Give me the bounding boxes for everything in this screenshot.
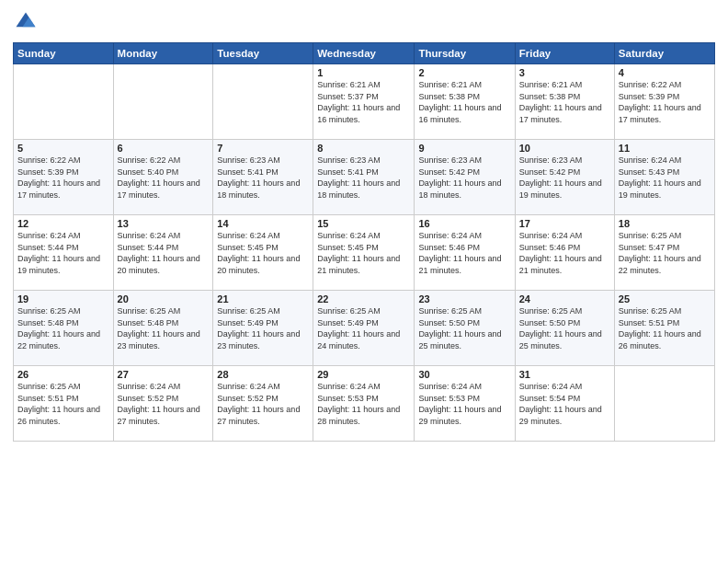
week-row-3: 12Sunrise: 6:24 AM Sunset: 5:44 PM Dayli… bbox=[14, 215, 715, 291]
day-number: 11 bbox=[619, 143, 711, 154]
day-cell: 4Sunrise: 6:22 AM Sunset: 5:39 PM Daylig… bbox=[614, 64, 714, 140]
day-number: 14 bbox=[217, 218, 309, 229]
day-cell: 21Sunrise: 6:25 AM Sunset: 5:49 PM Dayli… bbox=[213, 291, 313, 366]
day-info: Sunrise: 6:25 AM Sunset: 5:47 PM Dayligh… bbox=[619, 230, 711, 276]
day-cell: 5Sunrise: 6:22 AM Sunset: 5:39 PM Daylig… bbox=[14, 140, 114, 215]
day-number: 24 bbox=[519, 293, 610, 304]
week-row-2: 5Sunrise: 6:22 AM Sunset: 5:39 PM Daylig… bbox=[14, 140, 715, 215]
day-cell: 3Sunrise: 6:21 AM Sunset: 5:38 PM Daylig… bbox=[515, 64, 614, 140]
weekday-header-monday: Monday bbox=[113, 43, 213, 64]
day-info: Sunrise: 6:24 AM Sunset: 5:44 PM Dayligh… bbox=[118, 230, 210, 276]
weekday-header-sunday: Sunday bbox=[14, 43, 114, 64]
logo-icon bbox=[13, 9, 39, 35]
page: SundayMondayTuesdayWednesdayThursdayFrid… bbox=[0, 0, 728, 563]
day-info: Sunrise: 6:23 AM Sunset: 5:42 PM Dayligh… bbox=[418, 155, 510, 201]
day-number: 6 bbox=[118, 143, 210, 154]
day-info: Sunrise: 6:24 AM Sunset: 5:44 PM Dayligh… bbox=[17, 230, 109, 276]
day-cell: 18Sunrise: 6:25 AM Sunset: 5:47 PM Dayli… bbox=[614, 215, 714, 291]
day-info: Sunrise: 6:25 AM Sunset: 5:51 PM Dayligh… bbox=[17, 381, 109, 427]
day-number: 4 bbox=[619, 67, 711, 78]
day-cell: 24Sunrise: 6:25 AM Sunset: 5:50 PM Dayli… bbox=[515, 291, 614, 366]
day-info: Sunrise: 6:21 AM Sunset: 5:38 PM Dayligh… bbox=[519, 79, 610, 125]
day-info: Sunrise: 6:23 AM Sunset: 5:42 PM Dayligh… bbox=[519, 155, 610, 201]
day-cell: 6Sunrise: 6:22 AM Sunset: 5:40 PM Daylig… bbox=[113, 140, 213, 215]
day-info: Sunrise: 6:24 AM Sunset: 5:52 PM Dayligh… bbox=[118, 381, 210, 427]
day-number: 30 bbox=[418, 369, 510, 380]
header bbox=[13, 9, 715, 35]
day-number: 20 bbox=[118, 293, 210, 304]
day-info: Sunrise: 6:23 AM Sunset: 5:41 PM Dayligh… bbox=[317, 155, 410, 201]
day-number: 8 bbox=[317, 143, 410, 154]
day-info: Sunrise: 6:25 AM Sunset: 5:50 PM Dayligh… bbox=[519, 305, 610, 351]
day-number: 2 bbox=[418, 67, 510, 78]
day-cell: 14Sunrise: 6:24 AM Sunset: 5:45 PM Dayli… bbox=[213, 215, 313, 291]
day-info: Sunrise: 6:24 AM Sunset: 5:53 PM Dayligh… bbox=[317, 381, 410, 427]
day-info: Sunrise: 6:23 AM Sunset: 5:41 PM Dayligh… bbox=[217, 155, 309, 201]
day-number: 9 bbox=[418, 143, 510, 154]
logo bbox=[13, 9, 42, 35]
day-cell: 7Sunrise: 6:23 AM Sunset: 5:41 PM Daylig… bbox=[213, 140, 313, 215]
day-info: Sunrise: 6:21 AM Sunset: 5:37 PM Dayligh… bbox=[317, 79, 410, 125]
day-cell: 22Sunrise: 6:25 AM Sunset: 5:49 PM Dayli… bbox=[313, 291, 415, 366]
day-cell bbox=[14, 64, 114, 140]
day-cell bbox=[614, 366, 714, 442]
day-cell: 20Sunrise: 6:25 AM Sunset: 5:48 PM Dayli… bbox=[113, 291, 213, 366]
day-info: Sunrise: 6:24 AM Sunset: 5:45 PM Dayligh… bbox=[217, 230, 309, 276]
weekday-header-friday: Friday bbox=[515, 43, 614, 64]
day-cell: 25Sunrise: 6:25 AM Sunset: 5:51 PM Dayli… bbox=[614, 291, 714, 366]
day-number: 19 bbox=[17, 293, 109, 304]
day-info: Sunrise: 6:25 AM Sunset: 5:51 PM Dayligh… bbox=[619, 305, 711, 351]
day-cell: 8Sunrise: 6:23 AM Sunset: 5:41 PM Daylig… bbox=[313, 140, 415, 215]
day-info: Sunrise: 6:24 AM Sunset: 5:52 PM Dayligh… bbox=[217, 381, 309, 427]
day-number: 13 bbox=[118, 218, 210, 229]
calendar: SundayMondayTuesdayWednesdayThursdayFrid… bbox=[13, 42, 715, 442]
week-row-1: 1Sunrise: 6:21 AM Sunset: 5:37 PM Daylig… bbox=[14, 64, 715, 140]
day-number: 29 bbox=[317, 369, 410, 380]
day-cell: 19Sunrise: 6:25 AM Sunset: 5:48 PM Dayli… bbox=[14, 291, 114, 366]
day-number: 15 bbox=[317, 218, 410, 229]
day-number: 17 bbox=[519, 218, 610, 229]
day-number: 16 bbox=[418, 218, 510, 229]
day-number: 18 bbox=[619, 218, 711, 229]
day-info: Sunrise: 6:25 AM Sunset: 5:50 PM Dayligh… bbox=[418, 305, 510, 351]
day-cell bbox=[213, 64, 313, 140]
day-info: Sunrise: 6:24 AM Sunset: 5:45 PM Dayligh… bbox=[317, 230, 410, 276]
day-number: 27 bbox=[118, 369, 210, 380]
day-cell: 26Sunrise: 6:25 AM Sunset: 5:51 PM Dayli… bbox=[14, 366, 114, 442]
day-number: 28 bbox=[217, 369, 309, 380]
day-info: Sunrise: 6:24 AM Sunset: 5:46 PM Dayligh… bbox=[418, 230, 510, 276]
day-number: 26 bbox=[17, 369, 109, 380]
day-number: 22 bbox=[317, 293, 410, 304]
day-number: 31 bbox=[519, 369, 610, 380]
day-info: Sunrise: 6:24 AM Sunset: 5:53 PM Dayligh… bbox=[418, 381, 510, 427]
day-info: Sunrise: 6:25 AM Sunset: 5:49 PM Dayligh… bbox=[217, 305, 309, 351]
day-info: Sunrise: 6:25 AM Sunset: 5:48 PM Dayligh… bbox=[118, 305, 210, 351]
day-number: 23 bbox=[418, 293, 510, 304]
weekday-header-row: SundayMondayTuesdayWednesdayThursdayFrid… bbox=[14, 43, 715, 64]
day-info: Sunrise: 6:22 AM Sunset: 5:39 PM Dayligh… bbox=[619, 79, 711, 125]
weekday-header-saturday: Saturday bbox=[614, 43, 714, 64]
day-cell: 10Sunrise: 6:23 AM Sunset: 5:42 PM Dayli… bbox=[515, 140, 614, 215]
day-cell: 9Sunrise: 6:23 AM Sunset: 5:42 PM Daylig… bbox=[415, 140, 515, 215]
weekday-header-tuesday: Tuesday bbox=[213, 43, 313, 64]
day-number: 10 bbox=[519, 143, 610, 154]
day-cell: 31Sunrise: 6:24 AM Sunset: 5:54 PM Dayli… bbox=[515, 366, 614, 442]
week-row-4: 19Sunrise: 6:25 AM Sunset: 5:48 PM Dayli… bbox=[14, 291, 715, 366]
day-cell: 27Sunrise: 6:24 AM Sunset: 5:52 PM Dayli… bbox=[113, 366, 213, 442]
day-cell: 29Sunrise: 6:24 AM Sunset: 5:53 PM Dayli… bbox=[313, 366, 415, 442]
day-cell: 12Sunrise: 6:24 AM Sunset: 5:44 PM Dayli… bbox=[14, 215, 114, 291]
day-info: Sunrise: 6:24 AM Sunset: 5:43 PM Dayligh… bbox=[619, 155, 711, 201]
day-cell: 2Sunrise: 6:21 AM Sunset: 5:38 PM Daylig… bbox=[415, 64, 515, 140]
day-info: Sunrise: 6:22 AM Sunset: 5:39 PM Dayligh… bbox=[17, 155, 109, 201]
day-info: Sunrise: 6:25 AM Sunset: 5:48 PM Dayligh… bbox=[17, 305, 109, 351]
day-info: Sunrise: 6:24 AM Sunset: 5:46 PM Dayligh… bbox=[519, 230, 610, 276]
day-number: 21 bbox=[217, 293, 309, 304]
weekday-header-wednesday: Wednesday bbox=[313, 43, 415, 64]
day-number: 12 bbox=[17, 218, 109, 229]
day-info: Sunrise: 6:25 AM Sunset: 5:49 PM Dayligh… bbox=[317, 305, 410, 351]
week-row-5: 26Sunrise: 6:25 AM Sunset: 5:51 PM Dayli… bbox=[14, 366, 715, 442]
day-cell: 11Sunrise: 6:24 AM Sunset: 5:43 PM Dayli… bbox=[614, 140, 714, 215]
day-info: Sunrise: 6:24 AM Sunset: 5:54 PM Dayligh… bbox=[519, 381, 610, 427]
day-number: 25 bbox=[619, 293, 711, 304]
day-number: 7 bbox=[217, 143, 309, 154]
